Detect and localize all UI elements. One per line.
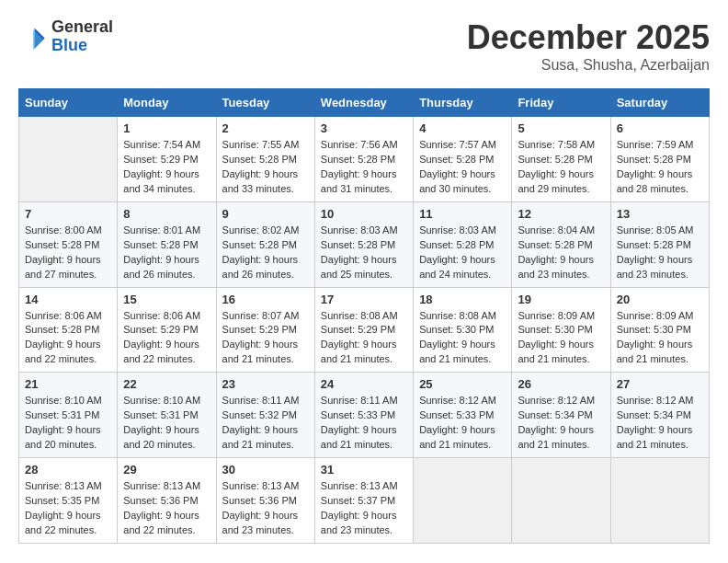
day-info: Sunrise: 8:10 AMSunset: 5:31 PMDaylight:… bbox=[123, 395, 200, 450]
calendar-cell: 10 Sunrise: 8:03 AMSunset: 5:28 PMDaylig… bbox=[314, 201, 413, 287]
weekday-header-thursday: Thursday bbox=[414, 89, 512, 117]
day-number: 29 bbox=[123, 463, 210, 477]
day-info: Sunrise: 8:13 AMSunset: 5:35 PMDaylight:… bbox=[25, 480, 102, 535]
day-info: Sunrise: 7:56 AMSunset: 5:28 PMDaylight:… bbox=[321, 139, 398, 194]
day-info: Sunrise: 7:55 AMSunset: 5:28 PMDaylight:… bbox=[222, 139, 300, 194]
calendar-cell: 5 Sunrise: 7:58 AMSunset: 5:28 PMDayligh… bbox=[512, 117, 610, 202]
day-info: Sunrise: 8:12 AMSunset: 5:34 PMDaylight:… bbox=[617, 395, 694, 450]
day-number: 15 bbox=[123, 293, 210, 306]
day-info: Sunrise: 7:54 AMSunset: 5:29 PMDaylight:… bbox=[123, 139, 200, 194]
day-number: 31 bbox=[321, 463, 407, 477]
weekday-header-row: SundayMondayTuesdayWednesdayThursdayFrid… bbox=[19, 89, 710, 117]
day-info: Sunrise: 8:07 AMSunset: 5:29 PMDaylight:… bbox=[222, 310, 300, 365]
day-info: Sunrise: 8:02 AMSunset: 5:28 PMDaylight:… bbox=[222, 224, 300, 280]
location: Susa, Shusha, Azerbaijan bbox=[467, 57, 710, 74]
day-number: 22 bbox=[123, 377, 210, 391]
calendar-cell: 29 Sunrise: 8:13 AMSunset: 5:36 PMDaylig… bbox=[118, 458, 216, 544]
page-header: General Blue December 2025 Susa, Shusha,… bbox=[18, 18, 710, 74]
day-info: Sunrise: 8:13 AMSunset: 5:36 PMDaylight:… bbox=[123, 480, 200, 535]
calendar-cell: 22 Sunrise: 8:10 AMSunset: 5:31 PMDaylig… bbox=[118, 373, 216, 458]
day-number: 20 bbox=[617, 293, 703, 306]
logo: General Blue bbox=[18, 18, 113, 55]
weekday-header-monday: Monday bbox=[118, 89, 216, 117]
day-number: 16 bbox=[222, 293, 309, 306]
day-info: Sunrise: 8:03 AMSunset: 5:28 PMDaylight:… bbox=[321, 224, 398, 280]
weekday-header-friday: Friday bbox=[512, 89, 610, 117]
logo-general-text: General bbox=[51, 18, 113, 37]
day-info: Sunrise: 8:08 AMSunset: 5:30 PMDaylight:… bbox=[419, 310, 496, 365]
calendar-cell: 26 Sunrise: 8:12 AMSunset: 5:34 PMDaylig… bbox=[512, 373, 610, 458]
calendar-week-row: 1 Sunrise: 7:54 AMSunset: 5:29 PMDayligh… bbox=[19, 117, 710, 202]
calendar-cell bbox=[512, 458, 610, 544]
calendar-cell: 2 Sunrise: 7:55 AMSunset: 5:28 PMDayligh… bbox=[216, 117, 314, 202]
day-number: 25 bbox=[419, 377, 506, 391]
calendar-cell: 6 Sunrise: 7:59 AMSunset: 5:28 PMDayligh… bbox=[610, 117, 709, 202]
day-info: Sunrise: 8:03 AMSunset: 5:28 PMDaylight:… bbox=[419, 224, 496, 280]
day-number: 26 bbox=[518, 377, 604, 391]
day-info: Sunrise: 8:06 AMSunset: 5:29 PMDaylight:… bbox=[123, 310, 200, 365]
day-number: 30 bbox=[222, 463, 309, 477]
calendar-week-row: 14 Sunrise: 8:06 AMSunset: 5:28 PMDaylig… bbox=[19, 287, 710, 373]
day-info: Sunrise: 8:01 AMSunset: 5:28 PMDaylight:… bbox=[123, 224, 200, 280]
day-number: 5 bbox=[518, 121, 604, 135]
calendar-cell bbox=[19, 117, 118, 202]
calendar-cell: 14 Sunrise: 8:06 AMSunset: 5:28 PMDaylig… bbox=[19, 287, 118, 373]
day-number: 28 bbox=[25, 463, 111, 477]
calendar-cell: 11 Sunrise: 8:03 AMSunset: 5:28 PMDaylig… bbox=[414, 201, 512, 287]
day-number: 23 bbox=[222, 377, 309, 391]
calendar-cell: 31 Sunrise: 8:13 AMSunset: 5:37 PMDaylig… bbox=[314, 458, 413, 544]
logo-icon bbox=[18, 22, 48, 52]
calendar-cell: 27 Sunrise: 8:12 AMSunset: 5:34 PMDaylig… bbox=[610, 373, 709, 458]
day-number: 7 bbox=[25, 207, 111, 221]
weekday-header-wednesday: Wednesday bbox=[314, 89, 413, 117]
calendar-cell: 28 Sunrise: 8:13 AMSunset: 5:35 PMDaylig… bbox=[19, 458, 118, 544]
day-info: Sunrise: 8:13 AMSunset: 5:37 PMDaylight:… bbox=[321, 480, 398, 535]
calendar-cell: 17 Sunrise: 8:08 AMSunset: 5:29 PMDaylig… bbox=[314, 287, 413, 373]
day-info: Sunrise: 8:06 AMSunset: 5:28 PMDaylight:… bbox=[25, 310, 102, 365]
day-info: Sunrise: 8:05 AMSunset: 5:28 PMDaylight:… bbox=[617, 224, 694, 280]
day-number: 4 bbox=[419, 121, 506, 135]
day-info: Sunrise: 8:11 AMSunset: 5:32 PMDaylight:… bbox=[222, 395, 300, 450]
day-number: 1 bbox=[123, 121, 210, 135]
day-number: 2 bbox=[222, 121, 309, 135]
calendar-cell: 3 Sunrise: 7:56 AMSunset: 5:28 PMDayligh… bbox=[314, 117, 413, 202]
day-info: Sunrise: 8:11 AMSunset: 5:33 PMDaylight:… bbox=[321, 395, 398, 450]
calendar-week-row: 21 Sunrise: 8:10 AMSunset: 5:31 PMDaylig… bbox=[19, 373, 710, 458]
day-number: 19 bbox=[518, 293, 604, 306]
calendar-cell: 12 Sunrise: 8:04 AMSunset: 5:28 PMDaylig… bbox=[512, 201, 610, 287]
weekday-header-sunday: Sunday bbox=[19, 89, 118, 117]
calendar-cell: 21 Sunrise: 8:10 AMSunset: 5:31 PMDaylig… bbox=[19, 373, 118, 458]
calendar-cell: 18 Sunrise: 8:08 AMSunset: 5:30 PMDaylig… bbox=[414, 287, 512, 373]
day-info: Sunrise: 8:00 AMSunset: 5:28 PMDaylight:… bbox=[25, 224, 102, 280]
day-number: 27 bbox=[617, 377, 703, 391]
calendar-week-row: 7 Sunrise: 8:00 AMSunset: 5:28 PMDayligh… bbox=[19, 201, 710, 287]
day-info: Sunrise: 8:09 AMSunset: 5:30 PMDaylight:… bbox=[617, 310, 694, 365]
logo-blue-text: Blue bbox=[51, 37, 113, 55]
day-number: 18 bbox=[419, 293, 506, 306]
calendar-cell: 30 Sunrise: 8:13 AMSunset: 5:36 PMDaylig… bbox=[216, 458, 314, 544]
day-info: Sunrise: 8:13 AMSunset: 5:36 PMDaylight:… bbox=[222, 480, 300, 535]
day-number: 14 bbox=[25, 293, 111, 306]
calendar-cell: 4 Sunrise: 7:57 AMSunset: 5:28 PMDayligh… bbox=[414, 117, 512, 202]
day-number: 8 bbox=[123, 207, 210, 221]
day-number: 3 bbox=[321, 121, 407, 135]
day-number: 24 bbox=[321, 377, 407, 391]
day-number: 9 bbox=[222, 207, 309, 221]
day-info: Sunrise: 8:12 AMSunset: 5:34 PMDaylight:… bbox=[518, 395, 595, 450]
calendar-cell bbox=[414, 458, 512, 544]
day-number: 13 bbox=[617, 207, 703, 221]
title-block: December 2025 Susa, Shusha, Azerbaijan bbox=[467, 18, 710, 74]
calendar-cell: 23 Sunrise: 8:11 AMSunset: 5:32 PMDaylig… bbox=[216, 373, 314, 458]
calendar-week-row: 28 Sunrise: 8:13 AMSunset: 5:35 PMDaylig… bbox=[19, 458, 710, 544]
calendar-cell: 1 Sunrise: 7:54 AMSunset: 5:29 PMDayligh… bbox=[118, 117, 216, 202]
day-info: Sunrise: 8:12 AMSunset: 5:33 PMDaylight:… bbox=[419, 395, 496, 450]
calendar-cell: 25 Sunrise: 8:12 AMSunset: 5:33 PMDaylig… bbox=[414, 373, 512, 458]
calendar-cell: 9 Sunrise: 8:02 AMSunset: 5:28 PMDayligh… bbox=[216, 201, 314, 287]
day-info: Sunrise: 8:10 AMSunset: 5:31 PMDaylight:… bbox=[25, 395, 102, 450]
day-number: 11 bbox=[419, 207, 506, 221]
weekday-header-tuesday: Tuesday bbox=[216, 89, 314, 117]
day-info: Sunrise: 7:57 AMSunset: 5:28 PMDaylight:… bbox=[419, 139, 496, 194]
day-info: Sunrise: 7:58 AMSunset: 5:28 PMDaylight:… bbox=[518, 139, 595, 194]
calendar-cell: 20 Sunrise: 8:09 AMSunset: 5:30 PMDaylig… bbox=[610, 287, 709, 373]
calendar-cell: 15 Sunrise: 8:06 AMSunset: 5:29 PMDaylig… bbox=[118, 287, 216, 373]
